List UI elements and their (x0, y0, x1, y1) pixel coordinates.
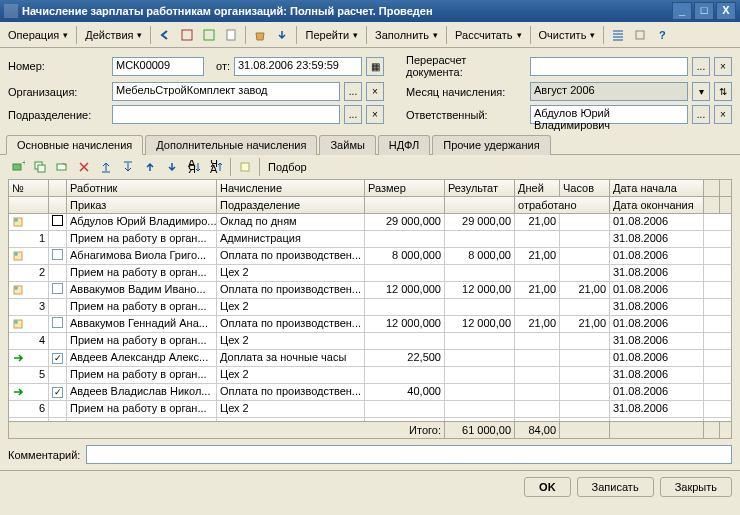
row-checkbox[interactable] (52, 215, 63, 226)
cell-dept[interactable]: Цех 2 (217, 401, 365, 417)
cell-result[interactable]: 29 000,00 (445, 214, 515, 230)
move-down-icon[interactable] (162, 157, 182, 177)
table-subrow[interactable]: 3Прием на работу в орган...Цех 231.08.20… (9, 299, 731, 316)
ok-button[interactable]: OK (524, 477, 571, 497)
cell-size[interactable]: 22,500 (365, 350, 445, 366)
cell-dept[interactable]: Цех 2 (217, 367, 365, 383)
cell-days[interactable]: 21,00 (515, 282, 560, 298)
sort-az-icon[interactable]: AЯ (184, 157, 204, 177)
post-icon[interactable] (199, 25, 219, 45)
cell-worker[interactable]: Аввакумов Геннадий Ана... (67, 316, 217, 332)
cell-date-start[interactable]: 01.08.2006 (610, 248, 704, 264)
close-window-button[interactable]: Закрыть (660, 477, 732, 497)
col-header-days[interactable]: Дней (515, 180, 560, 196)
tab-loans[interactable]: Займы (319, 135, 375, 155)
cell-hours[interactable] (560, 248, 610, 264)
cell-worker[interactable]: Абнагимова Виола Григо... (67, 248, 217, 264)
col-header-date-start[interactable]: Дата начала (610, 180, 704, 196)
table-subrow[interactable]: 1Прием на работу в орган...Администрация… (9, 231, 731, 248)
fill-icon[interactable] (235, 157, 255, 177)
cell-days[interactable] (515, 384, 560, 400)
move-end-icon[interactable] (118, 157, 138, 177)
cell-date-end[interactable]: 31.08.2006 (610, 401, 704, 417)
goto-menu[interactable]: Перейти (301, 27, 362, 43)
resp-clear-button[interactable]: × (714, 105, 732, 124)
cell-calculation[interactable]: Оплата по производствен... (217, 282, 365, 298)
number-field[interactable]: МСК00009 (112, 57, 204, 76)
cell-dept[interactable]: Цех 2 (217, 299, 365, 315)
selection-button[interactable]: Подбор (264, 159, 311, 175)
calculate-menu[interactable]: Рассчитать (451, 27, 525, 43)
col-header-size[interactable]: Размер (365, 180, 445, 196)
cell-order[interactable]: Прием на работу в орган... (67, 299, 217, 315)
minimize-button[interactable]: _ (672, 2, 692, 20)
cell-size[interactable]: 12 000,000 (365, 316, 445, 332)
cell-order[interactable]: Прием на работу в орган... (67, 231, 217, 247)
save-button[interactable]: Записать (577, 477, 654, 497)
row-checkbox[interactable] (52, 283, 63, 294)
dept-clear-button[interactable]: × (366, 105, 384, 124)
cell-date-start[interactable]: 01.08.2006 (610, 214, 704, 230)
cell-hours[interactable] (560, 350, 610, 366)
cell-days[interactable]: 21,00 (515, 214, 560, 230)
cell-size[interactable]: 12 000,000 (365, 282, 445, 298)
move-up-icon[interactable] (140, 157, 160, 177)
down-arrow-icon[interactable] (272, 25, 292, 45)
cell-date-start[interactable]: 01.08.2006 (610, 384, 704, 400)
sort-za-icon[interactable]: ЯA (206, 157, 226, 177)
cell-date-end[interactable]: 31.08.2006 (610, 367, 704, 383)
col-header-chk[interactable] (49, 180, 67, 196)
cell-result[interactable]: 12 000,00 (445, 282, 515, 298)
settings-icon[interactable] (630, 25, 650, 45)
cell-date-start[interactable]: 01.08.2006 (610, 350, 704, 366)
accruals-grid[interactable]: № Работник Начисление Размер Результат Д… (8, 179, 732, 439)
cell-days[interactable]: 21,00 (515, 248, 560, 264)
cell-calculation[interactable]: Оклад по дням (217, 214, 365, 230)
table-subrow[interactable]: 2Прием на работу в орган...Цех 231.08.20… (9, 265, 731, 282)
cell-calculation[interactable]: Оплата по производствен... (217, 248, 365, 264)
table-subrow[interactable]: 5Прием на работу в орган...Цех 231.08.20… (9, 367, 731, 384)
row-checkbox[interactable] (52, 317, 63, 328)
tab-other-deductions[interactable]: Прочие удержания (432, 135, 550, 155)
maximize-button[interactable]: □ (694, 2, 714, 20)
table-row[interactable]: Абнагимова Виола Григо...Оплата по произ… (9, 248, 731, 265)
month-dropdown-button[interactable]: ▾ (692, 82, 710, 101)
row-checkbox[interactable]: ✓ (52, 353, 63, 364)
cell-order[interactable]: Прием на работу в орган... (67, 265, 217, 281)
org-field[interactable]: МебельСтройКомплект завод (112, 82, 340, 101)
cell-hours[interactable] (560, 384, 610, 400)
cell-worker[interactable]: Авдеев Александр Алекс... (67, 350, 217, 366)
cell-size[interactable]: 29 000,000 (365, 214, 445, 230)
col-header-result[interactable]: Результат (445, 180, 515, 196)
col-header-order[interactable]: Приказ (67, 197, 217, 213)
cell-calculation[interactable]: Оплата по производствен... (217, 316, 365, 332)
cell-size[interactable]: 8 000,000 (365, 248, 445, 264)
cell-date-end[interactable]: 31.08.2006 (610, 231, 704, 247)
cell-worker[interactable]: Абдулов Юрий Владимиро... (67, 214, 217, 230)
cell-order[interactable]: Прием на работу в орган... (67, 401, 217, 417)
cell-calculation[interactable]: Доплата за ночные часы (217, 350, 365, 366)
cell-hours[interactable] (560, 214, 610, 230)
move-start-icon[interactable] (96, 157, 116, 177)
col-header-n[interactable]: № (9, 180, 49, 196)
table-row[interactable]: Аввакумов Геннадий Ана...Оплата по произ… (9, 316, 731, 333)
row-checkbox[interactable]: ✓ (52, 387, 63, 398)
cell-days[interactable] (515, 350, 560, 366)
cell-size[interactable]: 40,000 (365, 384, 445, 400)
help-icon[interactable]: ? (652, 25, 672, 45)
operation-menu[interactable]: Операция (4, 27, 72, 43)
comment-field[interactable] (86, 445, 732, 464)
list-icon[interactable] (608, 25, 628, 45)
cell-result[interactable]: 12 000,00 (445, 316, 515, 332)
month-stepper-button[interactable]: ⇅ (714, 82, 732, 101)
col-header-worked[interactable]: отработано (515, 197, 610, 213)
cell-hours[interactable]: 21,00 (560, 282, 610, 298)
refresh-icon[interactable] (177, 25, 197, 45)
date-picker-button[interactable]: ▦ (366, 57, 384, 76)
back-icon[interactable] (155, 25, 175, 45)
cell-order[interactable]: Прием на работу в орган... (67, 367, 217, 383)
cell-calculation[interactable]: Оплата по производствен... (217, 384, 365, 400)
cell-date-end[interactable]: 31.08.2006 (610, 333, 704, 349)
cell-worker[interactable]: Аввакумов Вадим Ивано... (67, 282, 217, 298)
col-header-calculation[interactable]: Начисление (217, 180, 365, 196)
